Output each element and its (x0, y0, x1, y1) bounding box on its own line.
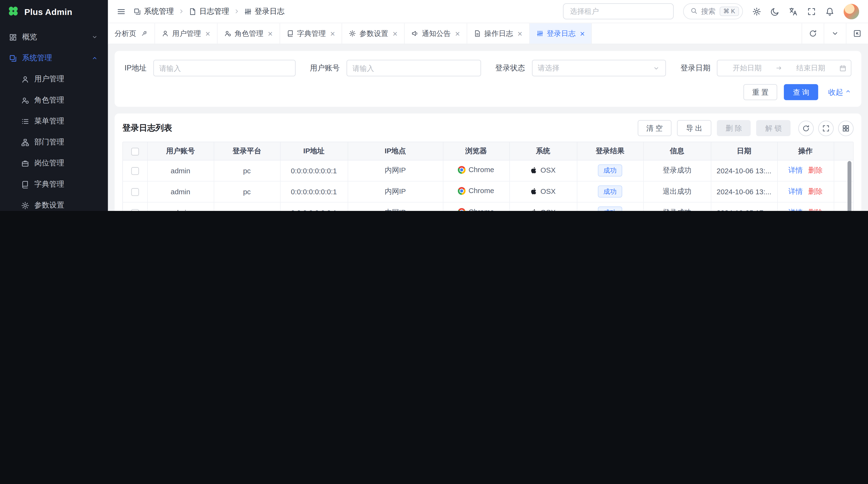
row-checkbox[interactable] (131, 167, 139, 175)
search-icon (690, 6, 697, 16)
tab-user[interactable]: 用户管理× (155, 23, 217, 44)
export-button[interactable]: 导 出 (677, 120, 711, 136)
search-label: 搜索 (701, 6, 716, 16)
tab-role[interactable]: 角色管理× (217, 23, 280, 44)
select-all-checkbox[interactable] (131, 148, 139, 155)
column-header[interactable]: 用户账号 (147, 142, 214, 160)
column-header[interactable]: IP地点 (348, 142, 443, 160)
sidebar-item-post[interactable]: 岗位管理 (4, 154, 103, 172)
log-row[interactable]: adminpc0:0:0:0:0:0:0:1内网IPChromeOSX成功退出成… (123, 181, 853, 202)
ip-input[interactable] (153, 60, 296, 76)
tab-tools (802, 23, 868, 44)
column-header[interactable]: 浏览器 (443, 142, 509, 160)
settings-gear-icon[interactable] (752, 7, 761, 16)
sidebar-item-system[interactable]: 系统管理 (4, 49, 103, 67)
cell-location: 内网IP (348, 202, 443, 211)
detail-link[interactable]: 详情 (788, 208, 803, 211)
column-header[interactable]: 系统 (509, 142, 577, 160)
tab-loginlog[interactable]: 登录日志× (529, 23, 592, 44)
delete-link[interactable]: 删除 (808, 166, 823, 174)
sidebar-item-param[interactable]: 参数设置 (4, 196, 103, 211)
tab-analysis[interactable]: 分析页 (108, 23, 155, 44)
column-header[interactable]: 信息 (643, 142, 711, 160)
close-tab-icon[interactable]: × (518, 29, 522, 38)
tab-menu-chevron[interactable] (824, 23, 846, 44)
calendar-icon (839, 64, 846, 72)
log-row[interactable]: adminpc0:0:0:0:0:0:0:1内网IPChromeOSX成功登录成… (123, 202, 853, 211)
filter-fields: IP地址 用户账号 登录状态 请选择 (125, 60, 851, 76)
column-header[interactable]: 操作 (777, 142, 834, 160)
delete-button[interactable]: 删 除 (717, 120, 751, 136)
column-settings-button[interactable] (838, 120, 854, 136)
cell-browser: Chrome (443, 181, 509, 202)
user-icon (21, 75, 29, 83)
role-icon (224, 30, 231, 37)
login-date-range-picker[interactable]: 开始日期 结束日期 (717, 60, 851, 76)
sidebar-item-dept[interactable]: 部门管理 (4, 133, 103, 152)
login-log-list-card: 登录日志列表 清 空导 出删 除解 锁 用户账号登录平台IP地址IP地点浏览器系… (115, 114, 861, 211)
dict-icon (21, 180, 29, 188)
close-tab-icon[interactable]: × (268, 29, 273, 38)
breadcrumb-login-log[interactable]: 登录日志 (244, 6, 284, 16)
notifications-bell-icon[interactable] (825, 7, 834, 16)
breadcrumb-log-manage[interactable]: 日志管理 (189, 6, 229, 16)
language-icon[interactable] (789, 7, 798, 16)
cell-browser: Chrome (443, 160, 509, 181)
login-status-select[interactable]: 请选择 (532, 60, 666, 76)
close-tab-icon[interactable]: × (206, 29, 210, 38)
column-header[interactable]: 日期 (711, 142, 777, 160)
row-checkbox[interactable] (131, 188, 139, 196)
close-tab-icon[interactable]: × (455, 29, 460, 38)
refresh-list-button[interactable] (798, 120, 814, 136)
account-input[interactable] (346, 60, 481, 76)
tab-dict[interactable]: 字典管理× (280, 23, 342, 44)
table-fullscreen-button[interactable] (818, 120, 834, 136)
tenant-select[interactable] (563, 3, 674, 20)
sidebar-item-overview[interactable]: 概览 (4, 28, 103, 46)
close-tab-icon[interactable]: × (330, 29, 335, 38)
reset-button[interactable]: 重 置 (743, 84, 777, 100)
app-logo[interactable]: Plus Admin (0, 0, 108, 24)
tenant-select-input[interactable] (569, 7, 668, 16)
sidebar-item-user[interactable]: 用户管理 (4, 70, 103, 89)
tab-notice[interactable]: 通知公告× (405, 23, 467, 44)
column-header[interactable]: IP地址 (280, 142, 348, 160)
hamburger-menu-button[interactable] (117, 7, 126, 16)
cell-location: 内网IP (348, 160, 443, 181)
breadcrumb-system-manage[interactable]: 系统管理 (133, 6, 174, 16)
date-label: 登录日期 (680, 63, 717, 73)
fullscreen-icon[interactable] (807, 7, 816, 16)
unlock-button[interactable]: 解 锁 (756, 120, 790, 136)
global-search[interactable]: 搜索 ⌘ K (683, 3, 743, 20)
table-scrollbar-thumb[interactable] (847, 161, 851, 211)
tab-bar: 分析页用户管理×角色管理×字典管理×参数设置×通知公告×操作日志×登录日志× (108, 23, 868, 44)
detail-link[interactable]: 详情 (788, 166, 803, 174)
query-button[interactable]: 查 询 (784, 84, 818, 100)
detail-link[interactable]: 详情 (788, 187, 803, 195)
column-header[interactable]: 登录结果 (577, 142, 643, 160)
tab-oplog[interactable]: 操作日志× (467, 23, 529, 44)
app-title: Plus Admin (24, 7, 72, 17)
tab-param[interactable]: 参数设置× (342, 23, 405, 44)
user-avatar[interactable] (844, 4, 859, 19)
close-tab-icon[interactable]: × (393, 29, 397, 38)
clear-button[interactable]: 清 空 (638, 120, 672, 136)
log-row[interactable]: adminpc0:0:0:0:0:0:0:1内网IPChromeOSX成功登录成… (123, 160, 853, 181)
dark-mode-toggle-icon[interactable] (771, 7, 779, 16)
refresh-page-button[interactable] (802, 23, 824, 44)
sidebar-item-dict[interactable]: 字典管理 (4, 175, 103, 194)
loginlog-icon (536, 30, 544, 37)
sidebar-item-menu[interactable]: 菜单管理 (4, 112, 103, 131)
close-tab-icon[interactable]: × (580, 29, 585, 38)
overview-icon (9, 33, 17, 41)
collapse-filter-link[interactable]: 收起 (828, 87, 851, 97)
column-header[interactable]: 登录平台 (214, 142, 280, 160)
cell-platform: pc (214, 202, 280, 211)
content-fullscreen-button[interactable] (846, 23, 868, 44)
status-label: 登录状态 (495, 63, 532, 73)
pin-icon[interactable] (141, 30, 148, 37)
sidebar-item-role[interactable]: 角色管理 (4, 91, 103, 110)
delete-link[interactable]: 删除 (808, 187, 823, 195)
row-checkbox[interactable] (131, 209, 139, 211)
delete-link[interactable]: 删除 (808, 208, 823, 211)
